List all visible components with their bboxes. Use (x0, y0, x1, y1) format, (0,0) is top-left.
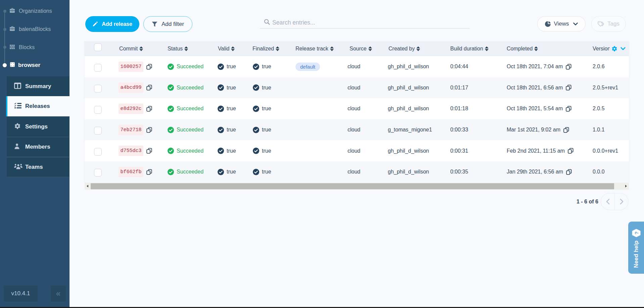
svg-text:?: ? (634, 231, 639, 234)
